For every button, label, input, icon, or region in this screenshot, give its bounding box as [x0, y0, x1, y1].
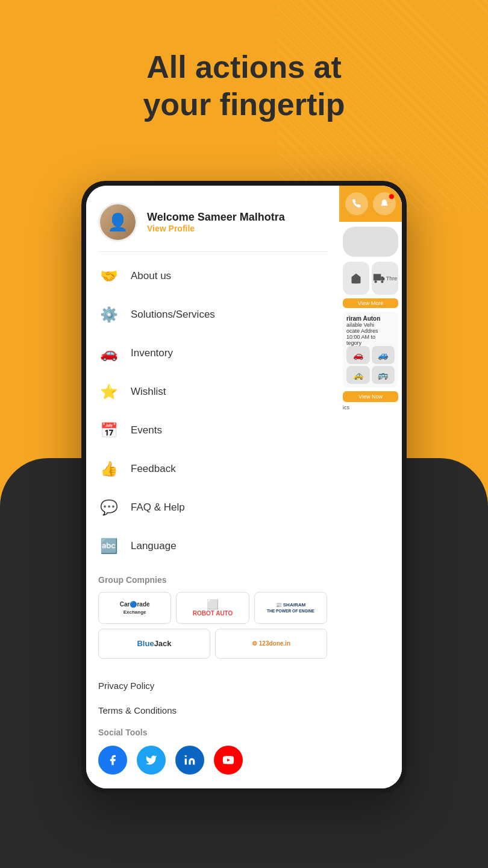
app-top-bar: [339, 186, 402, 222]
dealer-category-label: tegory: [346, 340, 395, 346]
app-icon-1: [345, 192, 368, 215]
group-companies-section: Group Compnies Car🔵radeExchange ⬜ROBOT A…: [86, 565, 339, 673]
social-tools-section: Social Tools: [86, 723, 339, 784]
company-robokauto[interactable]: ⬜ROBOT AUTO: [176, 592, 249, 624]
twitter-icon[interactable]: [137, 746, 166, 775]
about-us-label: About us: [131, 270, 171, 282]
wishlist-label: Wishlist: [131, 386, 166, 398]
company-cartrade[interactable]: Car🔵radeExchange: [98, 592, 171, 624]
phone-screen: 👤 Welcome Sameer Malhotra View Profile 🤝…: [86, 186, 402, 788]
logout-button[interactable]: Log Out: [86, 784, 339, 788]
menu-item-faq[interactable]: 💬 FAQ & Help: [86, 488, 339, 527]
about-us-icon: 🤝: [98, 265, 120, 287]
dealer-available: ailable Vehi: [346, 322, 395, 328]
quick-action-grid: Thre: [343, 262, 398, 295]
header-line2: your fingertip: [143, 87, 345, 122]
ics-text: ics: [343, 402, 398, 413]
bluejack-logo: BlueJack: [137, 639, 171, 649]
menu-item-language[interactable]: 🔤 Language: [86, 527, 339, 565]
linkedin-icon[interactable]: [175, 746, 204, 775]
view-profile-link[interactable]: View Profile: [147, 224, 285, 233]
shairam-logo: 📰 SHAIRAMTHE POWER OF ENGINE: [267, 602, 314, 614]
notification-badge: [389, 193, 395, 200]
cat-item-2: 🚙: [372, 346, 395, 364]
faq-icon: 💬: [98, 497, 120, 518]
svg-point-6: [381, 280, 383, 283]
avatar: 👤: [98, 203, 137, 242]
header-line1: All actions at: [146, 49, 342, 84]
app-content: Thre View More riram Auton ailable Vehi …: [339, 222, 402, 418]
category-grid: 🚗 🚙 🚕 🚌: [346, 346, 395, 384]
phone-frame: 👤 Welcome Sameer Malhotra View Profile 🤝…: [81, 181, 407, 793]
notification-bell-icon: [373, 192, 396, 215]
user-info: Welcome Sameer Malhotra View Profile: [147, 211, 285, 233]
search-bar-placeholder: [343, 227, 398, 257]
group-companies-title: Group Compnies: [98, 575, 327, 585]
feedback-label: Feedback: [131, 463, 176, 475]
navigation-drawer: 👤 Welcome Sameer Malhotra View Profile 🤝…: [86, 186, 339, 788]
cat-item-3: 🚕: [346, 366, 370, 384]
header-title: All actions at your fingertip: [0, 48, 488, 124]
company-grid-row1: Car🔵radeExchange ⬜ROBOT AUTO 📰 SHAIRAMTH…: [98, 592, 327, 624]
svg-point-0: [185, 755, 187, 757]
events-label: Events: [131, 424, 162, 436]
view-now-button[interactable]: View Now: [343, 391, 398, 402]
phone-mockup: 👤 Welcome Sameer Malhotra View Profile 🤝…: [81, 181, 407, 793]
facebook-icon[interactable]: [98, 746, 127, 775]
faq-label: FAQ & Help: [131, 502, 185, 514]
cartrade-logo: Car🔵radeExchange: [120, 601, 150, 615]
welcome-text: Welcome Sameer Malhotra: [147, 211, 285, 224]
header-divider: [98, 251, 327, 252]
solutions-label: Solutions/Services: [131, 309, 215, 321]
dealer-locate: ocate Addres: [346, 328, 395, 334]
svg-rect-3: [374, 274, 381, 280]
youtube-icon[interactable]: [214, 746, 243, 775]
robokauto-logo: ⬜ROBOT AUTO: [193, 599, 233, 617]
app-background: Thre View More riram Auton ailable Vehi …: [339, 186, 402, 788]
company-shairam[interactable]: 📰 SHAIRAMTHE POWER OF ENGINE: [254, 592, 327, 624]
solutions-icon: ⚙️: [98, 304, 120, 326]
header-section: All actions at your fingertip: [0, 0, 488, 148]
cat-item-1: 🚗: [346, 346, 370, 364]
view-more-button[interactable]: View More: [343, 298, 398, 308]
language-icon: 🔤: [98, 535, 120, 557]
social-tools-title: Social Tools: [98, 728, 327, 737]
company-123done[interactable]: ⚙ 123done.in: [215, 629, 327, 659]
inventory-icon: 🚗: [98, 342, 120, 364]
quick-action-2: Thre: [372, 262, 398, 295]
menu-item-about-us[interactable]: 🤝 About us: [86, 257, 339, 295]
company-bluejack[interactable]: BlueJack: [98, 629, 210, 659]
feedback-icon: 👍: [98, 458, 120, 480]
menu-item-solutions[interactable]: ⚙️ Solutions/Services: [86, 295, 339, 334]
inventory-label: Inventory: [131, 347, 173, 359]
menu-item-wishlist[interactable]: ⭐ Wishlist: [86, 373, 339, 411]
dealer-hours: 10:00 AM to: [346, 334, 395, 340]
svg-marker-4: [381, 276, 384, 280]
123done-logo: ⚙ 123done.in: [252, 640, 290, 647]
svg-point-5: [374, 280, 377, 283]
menu-item-inventory[interactable]: 🚗 Inventory: [86, 334, 339, 373]
privacy-policy-link[interactable]: Privacy Policy: [86, 673, 339, 698]
drawer-header: 👤 Welcome Sameer Malhotra View Profile: [86, 186, 339, 251]
menu-item-feedback[interactable]: 👍 Feedback: [86, 450, 339, 488]
company-grid-row2: BlueJack ⚙ 123done.in: [98, 629, 327, 659]
cat-item-4: 🚌: [372, 366, 395, 384]
wishlist-icon: ⭐: [98, 381, 120, 403]
social-icons-container: [98, 746, 327, 775]
events-icon: 📅: [98, 420, 120, 441]
terms-link[interactable]: Terms & Conditions: [86, 698, 339, 723]
avatar-image: 👤: [100, 204, 136, 240]
quick-action-1: [343, 262, 369, 295]
language-label: Language: [131, 540, 177, 552]
menu-item-events[interactable]: 📅 Events: [86, 411, 339, 450]
dealer-card: riram Auton ailable Vehi ocate Addres 10…: [343, 312, 398, 388]
dealer-name: riram Auton: [346, 315, 395, 322]
